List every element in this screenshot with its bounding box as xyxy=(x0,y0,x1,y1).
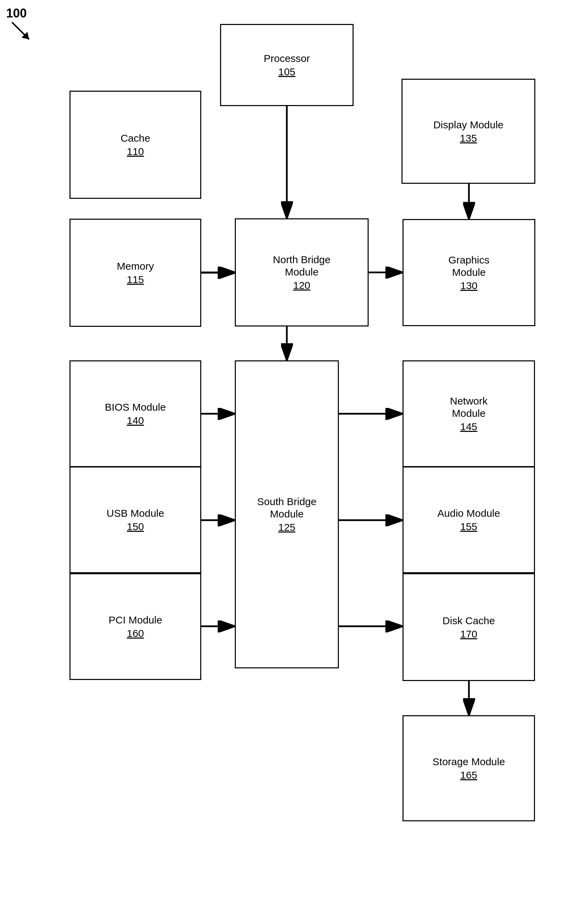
display-num: 135 xyxy=(460,132,477,144)
memory-num: 115 xyxy=(127,274,144,285)
storage-num: 165 xyxy=(460,769,477,781)
memory-title: Memory xyxy=(117,260,154,272)
memory-block: Memory 115 xyxy=(69,219,201,327)
cache-title: Cache xyxy=(120,132,150,145)
usb-block: USB Module 150 xyxy=(69,466,201,573)
storage-block: Storage Module 165 xyxy=(402,715,535,821)
processor-title: Processor xyxy=(263,52,310,65)
diagram-id-label: 100 xyxy=(6,6,27,20)
usb-title: USB Module xyxy=(106,507,164,519)
display-block: Display Module 135 xyxy=(402,79,535,184)
bios-title: BIOS Module xyxy=(105,401,166,413)
north-bridge-num: 120 xyxy=(293,280,310,291)
south-bridge-block: South BridgeModule 125 xyxy=(235,360,339,668)
processor-num: 105 xyxy=(278,66,295,78)
disk-cache-num: 170 xyxy=(460,628,477,640)
south-bridge-title: South BridgeModule xyxy=(257,496,316,520)
audio-block: Audio Module 155 xyxy=(402,466,535,573)
graphics-title: GraphicsModule xyxy=(448,254,489,279)
disk-cache-block: Disk Cache 170 xyxy=(402,573,535,681)
north-bridge-title: North BridgeModule xyxy=(273,253,330,278)
network-num: 145 xyxy=(460,421,477,433)
reference-arrow-icon xyxy=(9,19,36,43)
processor-block: Processor 105 xyxy=(220,24,353,106)
network-block: NetworkModule 145 xyxy=(402,360,535,467)
bios-block: BIOS Module 140 xyxy=(69,360,201,467)
cache-num: 110 xyxy=(127,146,144,157)
display-title: Display Module xyxy=(433,119,503,131)
disk-cache-title: Disk Cache xyxy=(443,615,495,627)
north-bridge-block: North BridgeModule 120 xyxy=(235,218,369,326)
cache-block: Cache 110 xyxy=(69,91,201,199)
usb-num: 150 xyxy=(127,521,144,532)
audio-title: Audio Module xyxy=(437,507,500,519)
storage-title: Storage Module xyxy=(433,756,505,768)
bios-num: 140 xyxy=(127,415,144,427)
south-bridge-num: 125 xyxy=(278,521,295,533)
graphics-num: 130 xyxy=(460,280,478,291)
pci-title: PCI Module xyxy=(109,614,162,626)
network-title: NetworkModule xyxy=(450,395,487,420)
pci-block: PCI Module 160 xyxy=(69,573,201,680)
audio-num: 155 xyxy=(460,521,477,532)
graphics-block: GraphicsModule 130 xyxy=(402,219,535,326)
diagram-container: 100 xyxy=(0,0,574,924)
pci-num: 160 xyxy=(127,628,144,639)
